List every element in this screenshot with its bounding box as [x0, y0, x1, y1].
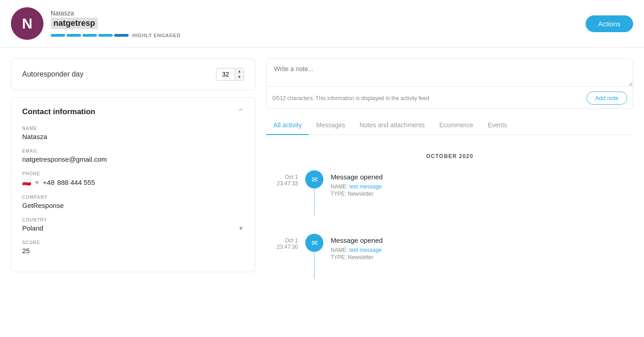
name-label: NAME: [22, 126, 244, 131]
right-panel: 0/512 characters. This information is di…: [266, 58, 633, 301]
activity-timeline-1: ✉: [305, 170, 323, 216]
bar-2: [67, 34, 81, 37]
activity-name-label-1: NAME:: [331, 183, 348, 190]
autoresponder-row: Autoresponder day ▲ ▼: [22, 68, 244, 81]
autoresponder-card: Autoresponder day ▲ ▼: [11, 58, 255, 90]
bar-4: [98, 34, 113, 37]
engagement-bars: [51, 34, 129, 37]
note-textarea[interactable]: [267, 59, 633, 87]
header-info: Natasza natgetresp HIGHLY ENGAGED: [51, 10, 586, 38]
phone-row: 🇵🇱 ▼ +48 888 444 555: [22, 178, 244, 187]
contact-info-title: Contact information: [22, 107, 96, 116]
phone-number: 888 444 555: [57, 178, 95, 186]
activity-timeline-2: ✉: [305, 234, 323, 279]
engagement-row: HIGHLY ENGAGED: [51, 33, 586, 38]
avatar: N: [11, 7, 43, 40]
activity-line-2: [314, 252, 315, 279]
note-footer: 0/512 characters. This information is di…: [267, 88, 633, 108]
activity-date-2: Oct 1: [266, 237, 298, 244]
phone-label: PHONE: [22, 171, 244, 176]
phone-code: +48: [43, 178, 54, 186]
day-increment[interactable]: ▲: [235, 68, 244, 74]
phone-flag: 🇵🇱: [22, 178, 31, 187]
country-label: COUNTRY: [22, 217, 244, 222]
activity-dot-2: ✉: [305, 234, 323, 252]
activity-meta-type-2: TYPE: Newsletter: [331, 254, 633, 260]
month-header: OCTOBER 2020: [266, 153, 633, 159]
bar-3: [82, 34, 97, 37]
contact-info-header: Contact information ⌃: [22, 107, 244, 117]
bar-1: [51, 34, 65, 37]
note-char-count: 0/512 characters. This information is di…: [272, 95, 429, 101]
activity-time-2: Oct 1 23:47:30: [266, 234, 298, 250]
activity-meta-type-1: TYPE: Newsletter: [331, 191, 633, 197]
tab-all-activity[interactable]: All activity: [266, 116, 309, 135]
activity-title-2: Message opened: [331, 236, 633, 244]
activity-timestamp-1: 23:47:33: [266, 180, 298, 187]
activity-type-label-1: TYPE:: [331, 191, 346, 197]
tab-events[interactable]: Events: [481, 116, 514, 135]
main-content: Autoresponder day ▲ ▼ Contact informatio…: [0, 48, 644, 312]
field-email: EMAIL natgetresponse@gmail.com: [22, 149, 244, 163]
activity-name-value-1: test message: [349, 183, 381, 190]
activity-meta-name-1: NAME: test message: [331, 183, 633, 190]
engagement-label: HIGHLY ENGAGED: [132, 33, 181, 38]
phone-country-dropdown[interactable]: ▼: [34, 179, 40, 186]
note-card: 0/512 characters. This information is di…: [266, 58, 633, 109]
activity-name-value-2: test message: [349, 247, 381, 253]
activity-time-1: Oct 1 23:47:33: [266, 170, 298, 187]
field-score: SCORE 25: [22, 240, 244, 255]
email-label: EMAIL: [22, 149, 244, 154]
field-country: COUNTRY Poland ▼: [22, 217, 244, 232]
left-panel: Autoresponder day ▲ ▼ Contact informatio…: [11, 58, 255, 272]
tab-notes-attachments[interactable]: Notes and attachments: [352, 116, 432, 135]
country-dropdown-arrow: ▼: [238, 225, 244, 232]
activity-content-2: Message opened NAME: test message TYPE: …: [331, 234, 633, 261]
activity-dot-1: ✉: [305, 170, 323, 188]
day-spinners: ▲ ▼: [235, 68, 244, 80]
field-company: COMPANY GetResponse: [22, 195, 244, 209]
score-value: 25: [22, 247, 244, 255]
tab-ecommerce[interactable]: Ecommerce: [432, 116, 481, 135]
day-input-wrapper: ▲ ▼: [216, 68, 244, 81]
company-value: GetResponse: [22, 202, 244, 209]
chevron-up-icon[interactable]: ⌃: [237, 107, 244, 117]
activity-meta-name-2: NAME: test message: [331, 247, 633, 253]
activity-date-1: Oct 1: [266, 174, 298, 180]
field-phone: PHONE 🇵🇱 ▼ +48 888 444 555: [22, 171, 244, 187]
name-value: Natasza: [22, 133, 244, 140]
autoresponder-label: Autoresponder day: [22, 70, 211, 78]
score-label: SCORE: [22, 240, 244, 245]
country-dropdown[interactable]: Poland ▼: [22, 224, 244, 232]
activity-item-2: Oct 1 23:47:30 ✉ Message opened NAME: te…: [266, 234, 633, 279]
activity-title-1: Message opened: [331, 173, 633, 181]
activity-line-1: [314, 188, 315, 216]
activity-tabs: All activity Messages Notes and attachme…: [266, 116, 633, 135]
actions-button[interactable]: Actions: [586, 15, 633, 32]
day-decrement[interactable]: ▼: [235, 74, 244, 80]
activity-type-label-2: TYPE:: [331, 254, 346, 260]
activity-feed: OCTOBER 2020 Oct 1 23:47:33 ✉ Message op…: [266, 142, 633, 301]
contact-info-card: Contact information ⌃ NAME Natasza EMAIL…: [11, 97, 255, 272]
activity-content-1: Message opened NAME: test message TYPE: …: [331, 170, 633, 198]
header-name: Natasza: [51, 10, 586, 17]
add-note-button[interactable]: Add note: [586, 91, 627, 105]
tab-messages[interactable]: Messages: [309, 116, 352, 135]
bar-5: [114, 34, 129, 37]
header-email: natgetresp: [51, 18, 98, 29]
activity-type-value-1: Newsletter: [348, 191, 374, 197]
activity-type-value-2: Newsletter: [348, 254, 374, 260]
activity-item: Oct 1 23:47:33 ✉ Message opened NAME: te…: [266, 170, 633, 216]
company-label: COMPANY: [22, 195, 244, 200]
activity-name-label-2: NAME:: [331, 247, 348, 253]
field-name: NAME Natasza: [22, 126, 244, 140]
contact-header: N Natasza natgetresp HIGHLY ENGAGED Acti…: [0, 0, 644, 48]
activity-timestamp-2: 23:47:30: [266, 244, 298, 250]
country-value: Poland: [22, 224, 43, 232]
email-value: natgetresponse@gmail.com: [22, 155, 244, 163]
autoresponder-day-input[interactable]: [216, 69, 235, 80]
